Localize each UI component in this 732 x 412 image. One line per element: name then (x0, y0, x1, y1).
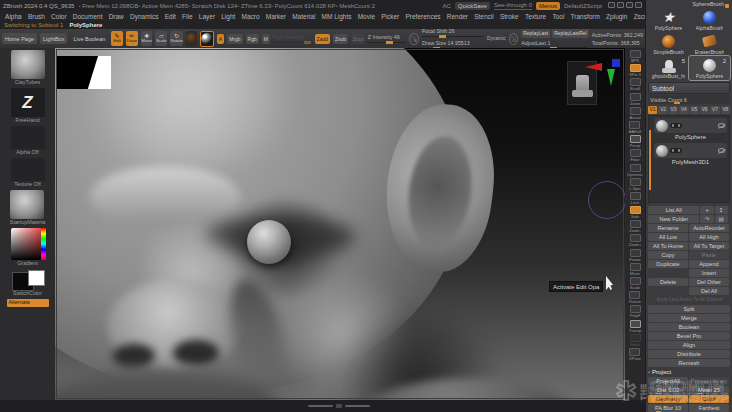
tray-item[interactable]: StartupMateria (10, 190, 45, 226)
subtool-action-button[interactable]: Geometry (648, 395, 688, 403)
subtool-thumbnail[interactable] (656, 145, 668, 157)
visibility-eye-icon[interactable] (718, 123, 725, 128)
right-shelf-button[interactable]: PolyF (630, 305, 641, 318)
tray-item[interactable]: SwitchColor (11, 270, 45, 297)
subtool-action-button[interactable]: Rename (648, 224, 688, 232)
subtool-action-button[interactable]: Insert (689, 269, 729, 277)
subtool-action-button[interactable]: Bevel Pro (648, 332, 730, 340)
tool-thumbnail[interactable]: 5 ghoulxBust_hi (648, 56, 689, 80)
layout-icon[interactable] (617, 2, 624, 8)
tray-thumbnail[interactable] (11, 270, 45, 290)
menus-button[interactable]: Menus (536, 2, 560, 10)
tray-item[interactable]: Texture Off (11, 158, 45, 188)
subtool-action-button[interactable]: New Folder (648, 215, 699, 223)
menu-item[interactable]: Transform (567, 13, 603, 20)
tool-thumbnail[interactable]: EraserBrush (689, 32, 730, 56)
tray-item[interactable]: FreeHand (11, 88, 45, 124)
visible-count-slider[interactable]: Visible Count 6 (648, 95, 730, 104)
menu-item[interactable]: Stroke (497, 13, 522, 20)
subtool-thumbnail[interactable] (656, 120, 668, 132)
edit-button[interactable]: ✎Edit (111, 31, 123, 46)
tray-item[interactable]: Alpha Off (11, 126, 45, 156)
right-shelf-button[interactable]: Zoom+ (629, 234, 642, 247)
right-shelf-button[interactable]: Lock (630, 192, 641, 205)
right-shelf-button[interactable]: SPix 3 (629, 64, 641, 77)
menu-item[interactable]: Marker (263, 13, 289, 20)
right-shelf-button[interactable]: Floor (630, 149, 641, 162)
tray-thumbnail[interactable] (11, 228, 45, 260)
see-through-slider[interactable]: See-through 0 (494, 2, 532, 10)
tool-thumbnail[interactable]: 2 PolySphere (689, 56, 730, 80)
menu-item[interactable]: Material (289, 13, 318, 20)
right-shelf-button[interactable]: Zoom- (629, 220, 641, 233)
subtool-action-button[interactable]: ↥ (715, 206, 728, 214)
tray-item[interactable]: Alternate (7, 299, 49, 308)
rgb-intensity-slider[interactable]: Rgb Intensity (273, 33, 312, 44)
subtool-action-button[interactable]: Split (648, 305, 730, 313)
z-intensity-slider[interactable]: Z Intensity 49 (368, 33, 407, 44)
subtool-action-button[interactable]: Mean 25 (689, 386, 729, 394)
paint-sculpt-toggle-icon[interactable] (670, 123, 682, 128)
m-button[interactable]: M (262, 34, 270, 44)
subtool-action-button[interactable]: Project (648, 368, 730, 376)
subtool-action-button[interactable]: Boolean (648, 323, 730, 331)
right-shelf-button[interactable]: Actual (629, 107, 640, 120)
layout-icon[interactable] (608, 2, 615, 8)
lightbox-button[interactable]: LightBox (40, 33, 67, 44)
layout-icons[interactable] (606, 2, 642, 9)
subtool-action-button[interactable]: List All (648, 206, 699, 214)
subtool-action-button[interactable]: Remesh (648, 359, 730, 367)
dynamic-label[interactable]: Dynamic (487, 36, 506, 41)
subtool-action-button[interactable]: Merge (648, 314, 730, 322)
subtool-scrollbar[interactable] (649, 130, 651, 190)
color-a-button[interactable]: A (217, 34, 224, 44)
tray-thumbnail[interactable] (10, 190, 44, 219)
live-boolean-button[interactable]: Live Boolean (70, 33, 108, 44)
subtool-action-button[interactable]: Copy (648, 251, 688, 259)
menu-item[interactable]: Movie (355, 13, 379, 20)
subtool-action-button[interactable]: ProjectAll (648, 377, 688, 385)
subtool-action-button[interactable]: Paste (689, 251, 729, 259)
tray-item[interactable]: ClayTubes (11, 50, 45, 86)
menu-item[interactable]: Layer (196, 13, 218, 20)
subtool-action-button[interactable]: Del Other (689, 278, 729, 286)
menu-item[interactable]: Dynamics (127, 13, 162, 20)
zcut-button[interactable]: Zcut (351, 34, 365, 44)
subtool-action-button[interactable]: Apply Last Action To All Subtool (648, 296, 730, 304)
right-shelf-button[interactable]: AAHalf (629, 121, 641, 134)
menu-item[interactable]: Picker (378, 13, 402, 20)
menu-item[interactable]: Macro (238, 13, 262, 20)
right-shelf-button[interactable]: Ghost (630, 334, 641, 347)
horizontal-scrollbar[interactable] (308, 404, 370, 408)
subtool-action-button[interactable]: + (700, 206, 713, 214)
subtool-action-button[interactable]: All To Target (689, 242, 729, 250)
menu-item[interactable]: Draw (106, 13, 127, 20)
move-button[interactable]: ✚Move (141, 31, 153, 46)
subtool-action-button[interactable]: Delete (648, 278, 688, 286)
subtool-action-button[interactable]: All Low (648, 233, 688, 241)
hand-cursor-icon[interactable] (635, 2, 642, 8)
focal-shift-slider[interactable]: Focal Shift 26 (422, 29, 484, 38)
mrgb-button[interactable]: Mrgb (227, 34, 242, 44)
adjust-knob[interactable]: O (509, 33, 519, 45)
draw-size-slider[interactable]: Draw Size 14.95513 (422, 39, 484, 48)
right-shelf-button[interactable]: Solo (630, 206, 641, 219)
quicksave-button[interactable]: QuickSave (455, 2, 490, 10)
replay-last-button[interactable]: ReplayLast (521, 29, 550, 38)
subtool-header[interactable]: Subtool (648, 82, 730, 94)
menu-item[interactable]: Alpha (2, 13, 25, 20)
visibility-tab[interactable]: V6 (700, 106, 709, 114)
paint-sculpt-toggle-icon[interactable] (670, 148, 682, 153)
visibility-tab[interactable]: V8 (721, 106, 730, 114)
material-preview[interactable] (200, 31, 214, 47)
subtool-action-button[interactable]: Color (689, 395, 729, 403)
home-page-button[interactable]: Home Page (2, 33, 37, 44)
menu-item[interactable]: MM Lights (318, 13, 354, 20)
right-shelf-button[interactable]: Zoom (630, 93, 641, 106)
draw-button[interactable]: ✏Draw (126, 31, 138, 46)
tool-thumbnail[interactable]: AlphaBrush (689, 8, 730, 32)
visibility-tab[interactable]: V7 (710, 106, 719, 114)
visibility-tab[interactable]: V2 (658, 106, 667, 114)
right-shelf-button[interactable]: Scroll (630, 78, 641, 91)
subtool-action-button[interactable]: Duplicate (648, 260, 688, 268)
